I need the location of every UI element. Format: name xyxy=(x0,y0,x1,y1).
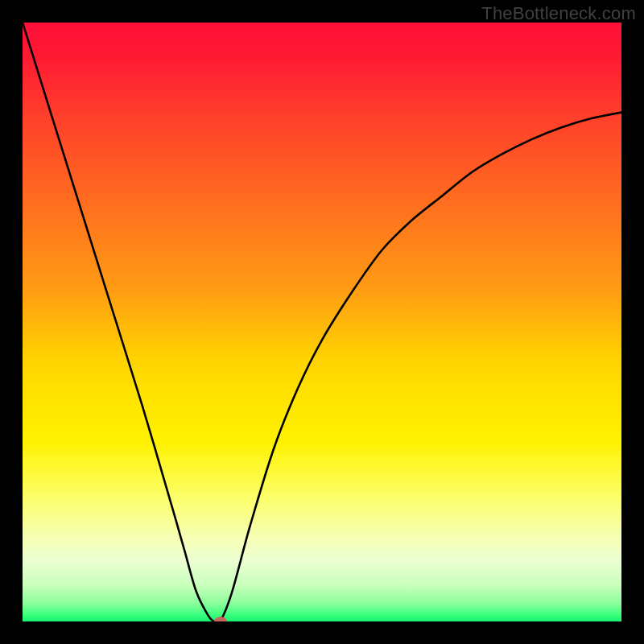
bottleneck-curve xyxy=(23,23,621,621)
watermark-text: TheBottleneck.com xyxy=(481,3,636,24)
optimal-point-marker xyxy=(214,617,227,621)
chart-frame: TheBottleneck.com xyxy=(0,0,644,644)
plot-area xyxy=(23,23,621,621)
